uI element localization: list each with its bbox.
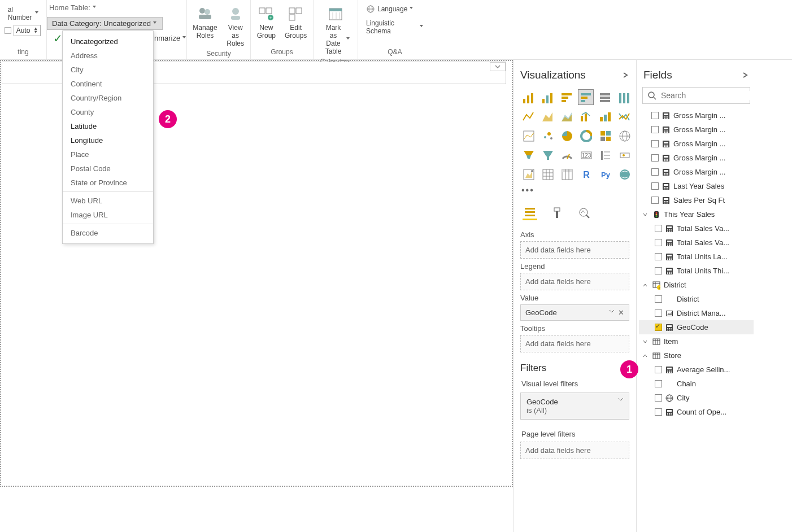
- field-checkbox[interactable]: [655, 324, 662, 331]
- data-category-option[interactable]: Country/Region: [63, 91, 153, 105]
- field-table-row[interactable]: ✓District: [639, 278, 754, 292]
- visual-chevron-handle[interactable]: [490, 62, 506, 71]
- analytics-tab[interactable]: [577, 206, 591, 220]
- field-row[interactable]: GeoCode: [639, 320, 754, 334]
- field-row[interactable]: Total Units Thi...: [639, 264, 754, 278]
- field-checkbox[interactable]: [651, 126, 659, 133]
- viz-type-icon[interactable]: [559, 108, 575, 124]
- field-checkbox[interactable]: [655, 408, 662, 416]
- field-row[interactable]: Count of Ope...: [639, 405, 754, 419]
- viz-type-icon[interactable]: [539, 147, 555, 163]
- viz-type-icon[interactable]: [559, 128, 575, 143]
- collapse-panel-icon[interactable]: [621, 71, 629, 79]
- edit-groups-button[interactable]: Edit Groups: [281, 2, 310, 42]
- field-checkbox[interactable]: [655, 253, 662, 260]
- format-dropdown[interactable]: al Number: [5, 5, 42, 23]
- field-row[interactable]: Gross Margin ...: [639, 165, 754, 179]
- data-category-option[interactable]: Barcode: [63, 226, 153, 240]
- field-checkbox[interactable]: [651, 197, 659, 204]
- new-group-button[interactable]: + New Group: [254, 2, 279, 42]
- viz-type-icon[interactable]: [616, 166, 632, 182]
- field-row[interactable]: Sales Per Sq Ft: [639, 193, 754, 207]
- viz-type-icon[interactable]: [616, 108, 632, 124]
- chevron-down-icon[interactable]: [617, 396, 624, 402]
- expand-icon[interactable]: [642, 212, 649, 217]
- field-checkbox[interactable]: [655, 225, 662, 232]
- mark-date-table-button[interactable]: Mark as Date Table: [318, 2, 353, 58]
- collapse-panel-icon[interactable]: [741, 71, 749, 79]
- field-row[interactable]: Chain: [639, 377, 754, 391]
- viz-type-icon[interactable]: 123: [578, 147, 594, 163]
- field-checkbox[interactable]: [651, 112, 659, 119]
- viz-type-icon[interactable]: [520, 147, 536, 163]
- data-category-option[interactable]: Image URL: [63, 208, 153, 222]
- viz-type-icon[interactable]: [559, 147, 575, 163]
- viz-type-icon[interactable]: [559, 166, 575, 182]
- field-table-row[interactable]: Item: [639, 334, 754, 348]
- field-checkbox[interactable]: [651, 168, 659, 176]
- field-table-row[interactable]: Store: [639, 348, 754, 363]
- viz-type-icon[interactable]: [597, 128, 613, 143]
- fields-search[interactable]: [642, 87, 750, 104]
- field-row[interactable]: Average Sellin...: [639, 363, 754, 377]
- viz-type-icon[interactable]: [539, 108, 555, 124]
- fields-tab[interactable]: [523, 206, 537, 220]
- field-checkbox[interactable]: [651, 154, 659, 162]
- expand-icon[interactable]: [642, 353, 649, 359]
- viz-type-icon[interactable]: [578, 128, 594, 143]
- field-row[interactable]: District Mana...: [639, 306, 754, 320]
- viz-type-icon[interactable]: [520, 166, 536, 182]
- viz-type-icon[interactable]: Py: [597, 166, 613, 182]
- chevron-down-icon[interactable]: [609, 308, 615, 317]
- field-checkbox[interactable]: [655, 366, 662, 373]
- data-category-option[interactable]: Place: [63, 147, 153, 162]
- field-row[interactable]: City: [639, 391, 754, 405]
- viz-type-icon[interactable]: [559, 89, 575, 105]
- field-row[interactable]: Total Sales Va...: [639, 221, 754, 236]
- viz-type-icon[interactable]: [539, 89, 555, 105]
- legend-well-drop[interactable]: Add data fields here: [520, 273, 629, 290]
- field-row[interactable]: Last Year Sales: [639, 179, 754, 193]
- viz-type-icon[interactable]: R: [578, 166, 594, 182]
- home-table-dropdown[interactable]: Home Table:: [49, 3, 97, 12]
- field-checkbox[interactable]: [655, 295, 662, 303]
- more-visuals-button[interactable]: •••: [514, 183, 636, 198]
- data-category-option[interactable]: Longitude: [63, 133, 153, 147]
- filter-card-geocode[interactable]: GeoCode is (All): [520, 393, 629, 420]
- data-category-option[interactable]: County: [63, 105, 153, 119]
- viz-type-icon[interactable]: [539, 128, 555, 143]
- default-summarization-dropdown[interactable]: nmarize: [154, 34, 187, 42]
- viz-type-icon[interactable]: [520, 128, 536, 143]
- field-checkbox[interactable]: [651, 140, 659, 147]
- view-as-roles-button[interactable]: View as Roles: [223, 2, 248, 50]
- decimal-auto-stepper[interactable]: Auto ▲▼: [14, 25, 41, 36]
- data-category-option[interactable]: Address: [63, 49, 153, 63]
- field-checkbox[interactable]: [655, 267, 662, 274]
- field-checkbox[interactable]: [651, 182, 659, 190]
- data-category-option[interactable]: Uncategorized: [63, 34, 153, 49]
- field-row[interactable]: Total Units La...: [639, 250, 754, 264]
- field-checkbox[interactable]: [655, 394, 662, 402]
- manage-roles-button[interactable]: Manage Roles: [189, 2, 220, 42]
- data-category-option[interactable]: Latitude: [63, 119, 153, 133]
- fields-search-input[interactable]: [661, 91, 756, 100]
- viz-type-icon[interactable]: [616, 147, 632, 163]
- viz-type-icon[interactable]: [578, 108, 594, 124]
- value-well-field[interactable]: GeoCode ✕: [520, 304, 629, 321]
- data-category-option[interactable]: Postal Code: [63, 162, 153, 176]
- viz-type-icon[interactable]: [597, 147, 613, 163]
- field-checkbox[interactable]: [655, 309, 662, 317]
- field-checkbox[interactable]: [655, 239, 662, 246]
- field-row[interactable]: Gross Margin ...: [639, 151, 754, 165]
- field-row[interactable]: Gross Margin ...: [639, 108, 754, 123]
- viz-type-icon[interactable]: [520, 89, 536, 105]
- expand-icon[interactable]: [642, 282, 649, 288]
- field-row[interactable]: Total Sales Va...: [639, 236, 754, 250]
- format-tab[interactable]: [550, 206, 564, 220]
- field-checkbox[interactable]: [655, 380, 662, 387]
- expand-icon[interactable]: [642, 339, 649, 345]
- viz-type-icon[interactable]: [520, 108, 536, 124]
- viz-type-icon[interactable]: [539, 166, 555, 182]
- field-row[interactable]: Gross Margin ...: [639, 123, 754, 137]
- language-dropdown[interactable]: Language: [363, 3, 417, 15]
